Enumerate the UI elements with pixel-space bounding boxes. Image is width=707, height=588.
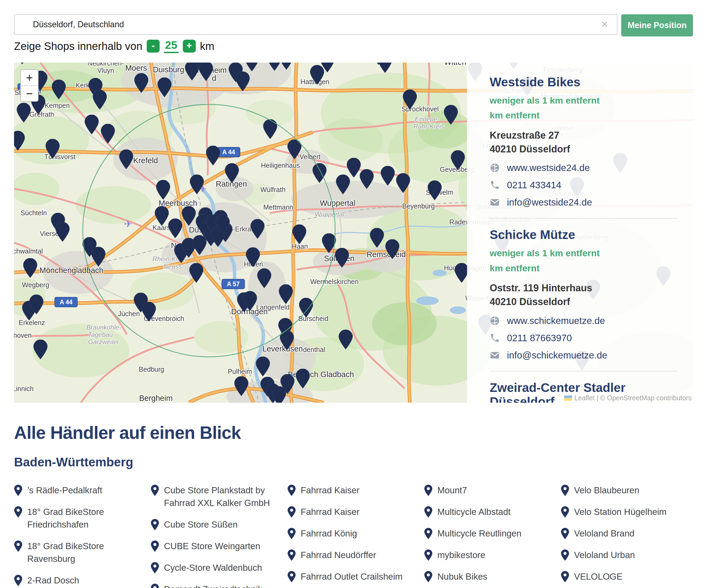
dealer-name[interactable]: Veloland Brand	[574, 527, 635, 540]
map-place-label: Velbert	[300, 153, 321, 161]
dealer-pin-icon	[151, 584, 159, 588]
map-place-label: Pulheim	[228, 368, 252, 375]
dealer-list-item[interactable]: Fahrrad Kaiser	[288, 484, 419, 496]
shop-name[interactable]: Schicke Mütze	[490, 228, 678, 242]
dealer-pin-icon	[561, 506, 569, 518]
dealer-name[interactable]: Fahrrad Kaiser	[301, 505, 360, 518]
my-position-button[interactable]: Meine Position	[621, 14, 693, 36]
dealer-name[interactable]: 2-Rad Dosch	[27, 574, 79, 587]
dealer-list-item[interactable]: Fahrrad Outlet Crailsheim	[288, 570, 419, 583]
dealer-list-item[interactable]: Mount7	[424, 484, 556, 496]
radius-increase-button[interactable]: +	[183, 40, 196, 53]
shop-phone[interactable]: 0211 87663970	[507, 333, 572, 344]
map-place-label: Wermelskirchen	[310, 278, 359, 285]
dealer-list-item[interactable]: Fahrrad König	[288, 527, 419, 540]
dealer-name[interactable]: Demandt Zweiradtechnik	[164, 583, 262, 588]
dealer-pin-icon	[424, 549, 433, 561]
dealer-pin-icon	[424, 485, 433, 496]
dealer-list-item[interactable]: Velo Station Hügelheim	[561, 505, 692, 518]
shop-website[interactable]: www.schickemuetze.de	[507, 315, 605, 326]
shop-distance: weniger als 1 km entfernt	[490, 94, 678, 107]
dealer-pin-icon	[288, 485, 296, 496]
dealer-name[interactable]: Multicycle Albstadt	[437, 505, 510, 518]
clear-search-icon[interactable]: ×	[597, 17, 612, 32]
dealer-name[interactable]: mybikestore	[437, 549, 485, 561]
shop-email-row[interactable]: info@schickemuetze.de	[490, 350, 678, 361]
radius-value[interactable]: 25	[164, 39, 178, 53]
map-place-label: Leverkusen	[262, 345, 303, 353]
map-place-label: Heiligenhaus	[261, 162, 300, 169]
shop-website-row[interactable]: www.schickemuetze.de	[490, 315, 678, 326]
dealer-list-item[interactable]: Velo Blaubeuren	[561, 484, 692, 496]
dealer-list-item[interactable]: Nubuk Bikes	[424, 570, 556, 583]
dealer-list-item[interactable]: 18° Grad BikeStore Friedrichshafen	[14, 505, 145, 531]
dealer-name[interactable]: 18° Grad BikeStore Ravensburg	[27, 540, 145, 565]
dealer-name[interactable]: Mount7	[437, 484, 467, 496]
dealer-name[interactable]: Multicycle Reutlingen	[437, 527, 521, 540]
dealer-name[interactable]: Cube Store Süßen	[164, 518, 238, 531]
dealer-list-item[interactable]: Veloland Urban	[561, 549, 692, 561]
dealer-list-item[interactable]: 18° Grad BikeStore Ravensburg	[14, 540, 145, 565]
dealer-list-item[interactable]: VELOLOGE	[561, 570, 692, 583]
dealer-name[interactable]: Velo Station Hügelheim	[574, 505, 667, 518]
shop-website-row[interactable]: www.westside24.de	[490, 162, 678, 173]
shop-name[interactable]: Westside Bikes	[490, 75, 678, 89]
zoom-out-button[interactable]: −	[21, 86, 38, 101]
dealer-name[interactable]: Fahrrad König	[301, 527, 357, 540]
dealer-name[interactable]: CUBE Store Weingarten	[164, 540, 260, 552]
zoom-in-button[interactable]: +	[21, 70, 38, 86]
dealer-name[interactable]: Fahrrad Kaiser	[301, 484, 360, 496]
radius-row: Zeige Shops innerhalb von - 25 + km	[14, 38, 214, 55]
map-canvas[interactable]: A 40A 44A 57A 44 RheurdtKerkenNeukirchen…	[14, 63, 694, 403]
dealer-list-item[interactable]: Cube Store Plankstadt by Fahrrad XXL Kal…	[151, 484, 282, 509]
map-place-label: Schwalmtal	[14, 247, 43, 255]
dealer-name[interactable]: Velo Blaubeuren	[574, 484, 639, 496]
svg-text:A 44: A 44	[60, 299, 72, 305]
dealer-list-item[interactable]: Veloland Brand	[561, 527, 692, 540]
dealer-name[interactable]: 18° Grad BikeStore Friedrichshafen	[27, 505, 145, 531]
map-place-label: Neukirchen-	[88, 63, 124, 67]
dealer-list-item[interactable]: 2-Rad Dosch	[14, 574, 145, 587]
dealer-list-item[interactable]: CUBE Store Weingarten	[151, 540, 282, 552]
map-place-label: Süchteln	[21, 209, 47, 217]
dealer-list-item[interactable]: Cycle-Store Waldenbuch	[151, 561, 282, 574]
dealer-list-item[interactable]: Fahrrad Neudörffer	[288, 549, 419, 561]
dealer-pin-icon	[14, 541, 22, 552]
dealer-name[interactable]: Fahrrad Neudörffer	[301, 549, 376, 561]
dealer-list-item[interactable]: Cube Store Süßen	[151, 518, 282, 531]
map-place-label: Wuppertal	[320, 199, 356, 207]
dealer-list-item[interactable]: Demandt Zweiradtechnik	[151, 583, 282, 588]
dealer-pin-icon	[14, 575, 22, 586]
shop-email[interactable]: info@westside24.de	[507, 197, 592, 208]
shop-card: Westside Bikesweniger als 1 km entferntk…	[490, 75, 678, 208]
dealer-name[interactable]: VELOLOGE	[574, 570, 622, 583]
globe-icon	[490, 316, 500, 326]
dealer-pin-icon	[288, 549, 296, 561]
map-place-label: Duisburg	[153, 65, 184, 74]
shop-email[interactable]: info@schickemuetze.de	[507, 350, 607, 361]
dealer-list-item[interactable]: Fahrrad Kaiser	[288, 505, 419, 518]
dealer-list-item[interactable]: mybikestore	[424, 549, 556, 561]
dealer-list-item[interactable]: ’s Rädle-Pedalkraft	[14, 484, 145, 496]
shop-phone-row[interactable]: 0211 433414	[490, 179, 678, 190]
shop-phone-row[interactable]: 0211 87663970	[490, 333, 678, 344]
radius-decrease-button[interactable]: -	[147, 40, 160, 53]
phone-icon	[490, 333, 500, 343]
dealer-list-item[interactable]: Multicycle Reutlingen	[424, 527, 556, 540]
dealer-name[interactable]: Veloland Urban	[574, 549, 635, 561]
dealer-name[interactable]: Nubuk Bikes	[437, 570, 487, 583]
shop-card: Schicke Mützeweniger als 1 km entferntkm…	[490, 228, 678, 360]
search-input[interactable]	[14, 14, 617, 35]
flag-icon	[564, 395, 572, 401]
dealer-pin-icon	[561, 528, 569, 539]
dealer-name[interactable]: Cycle-Store Waldenbuch	[164, 561, 262, 574]
shop-phone[interactable]: 0211 433414	[507, 179, 562, 190]
shop-email-row[interactable]: info@westside24.de	[490, 197, 678, 208]
attribution-text[interactable]: Leaflet | © OpenStreetMap contributors	[574, 394, 692, 402]
dealer-pin-icon	[424, 528, 433, 539]
dealer-name[interactable]: Cube Store Plankstadt by Fahrrad XXL Kal…	[164, 484, 282, 509]
shop-website[interactable]: www.westside24.de	[507, 162, 590, 173]
dealer-name[interactable]: ’s Rädle-Pedalkraft	[27, 484, 102, 496]
dealer-name[interactable]: Fahrrad Outlet Crailsheim	[301, 570, 403, 583]
dealer-list-item[interactable]: Multicycle Albstadt	[424, 505, 556, 518]
